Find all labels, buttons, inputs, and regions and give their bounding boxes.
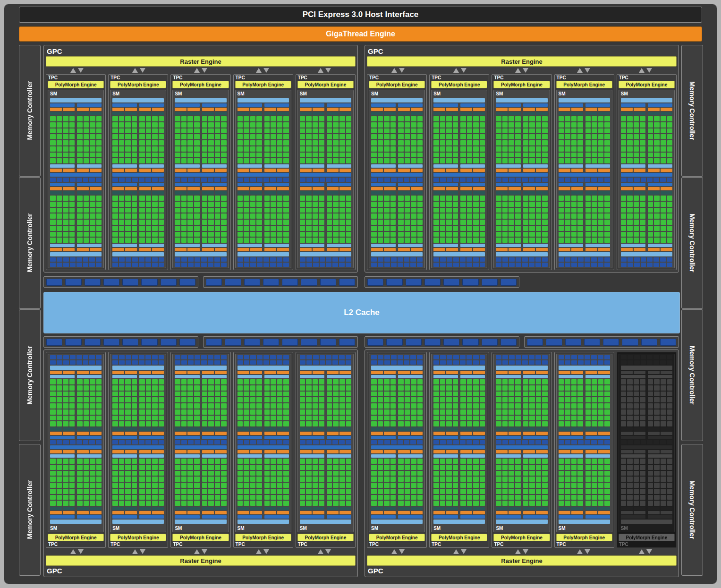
gpc-top-left: GPCRaster EngineTPCPolyMorph EngineSMTPC… bbox=[43, 45, 358, 273]
blue-segment bbox=[57, 257, 62, 262]
gpc-label: GPC bbox=[367, 46, 677, 56]
orange-cell bbox=[571, 169, 583, 172]
sm-row-blue bbox=[621, 515, 645, 519]
core-cell bbox=[250, 128, 256, 134]
orange-cell bbox=[621, 108, 633, 111]
core-cell bbox=[621, 153, 627, 158]
blue-segment-row bbox=[621, 440, 672, 444]
core-cell bbox=[460, 196, 466, 201]
blue-segment-row bbox=[112, 360, 164, 365]
core-cell bbox=[661, 208, 666, 213]
core-cell bbox=[333, 459, 339, 464]
sm-row-orange-pair bbox=[77, 371, 102, 374]
core-cell bbox=[571, 158, 577, 163]
core-cell bbox=[215, 471, 221, 476]
core-cell bbox=[390, 392, 396, 397]
core-cell bbox=[132, 146, 137, 152]
blue-segment bbox=[410, 355, 416, 359]
core-cell bbox=[313, 379, 318, 384]
core-cell bbox=[346, 116, 352, 121]
core-cell bbox=[661, 213, 666, 219]
core-cell bbox=[515, 409, 521, 415]
core-cell bbox=[194, 202, 200, 207]
core-cell bbox=[277, 459, 283, 464]
core-cell bbox=[112, 208, 118, 213]
core-cell bbox=[542, 495, 548, 500]
blue-segment-row bbox=[559, 355, 610, 359]
core-cell bbox=[339, 134, 345, 139]
memory-partition-group bbox=[43, 276, 198, 288]
core-cell bbox=[398, 153, 404, 158]
core-cell bbox=[529, 128, 535, 134]
core-cell bbox=[467, 379, 473, 384]
core-cell bbox=[565, 392, 570, 397]
core-cell bbox=[559, 501, 564, 506]
core-cell bbox=[577, 421, 583, 426]
core-cell bbox=[640, 202, 645, 207]
core-cell bbox=[592, 385, 597, 391]
core-cell bbox=[271, 416, 276, 421]
sm-row-orange-pair bbox=[559, 187, 583, 190]
orange-cell bbox=[175, 187, 187, 190]
core-cell bbox=[480, 146, 485, 152]
core-cell bbox=[577, 385, 583, 391]
core-cell bbox=[440, 116, 446, 121]
core-cell bbox=[187, 489, 193, 494]
core-cell bbox=[634, 220, 639, 225]
core-cell bbox=[565, 238, 570, 243]
blue-segment-row bbox=[175, 257, 226, 262]
sm-row-orange-pair bbox=[112, 450, 137, 453]
sm-row-teal-pair bbox=[300, 191, 324, 195]
up-arrow-icon bbox=[132, 549, 138, 554]
core-cell bbox=[84, 134, 89, 139]
teal-cell bbox=[339, 427, 351, 431]
sm-row-lightblue bbox=[50, 244, 75, 247]
core-cell bbox=[515, 146, 521, 152]
core-cell bbox=[384, 232, 390, 237]
core-cell bbox=[585, 459, 591, 464]
core-cell bbox=[69, 196, 75, 201]
core-cell bbox=[125, 477, 131, 482]
core-cell bbox=[90, 226, 95, 231]
core-cell bbox=[152, 471, 158, 476]
sm-row-lightblue bbox=[460, 244, 485, 247]
core-cell bbox=[125, 397, 131, 402]
core-cell bbox=[300, 465, 305, 470]
core-cell bbox=[621, 421, 627, 426]
blue-segment bbox=[647, 360, 653, 365]
core-cell bbox=[440, 379, 446, 384]
core-cell bbox=[327, 416, 332, 421]
sm-row-blue bbox=[523, 515, 548, 519]
orange-cell bbox=[250, 371, 262, 374]
orange-cell bbox=[371, 432, 383, 435]
core-cell bbox=[378, 477, 383, 482]
core-grid bbox=[648, 116, 672, 163]
sm-row-teal-pair bbox=[264, 427, 289, 431]
core-cell bbox=[627, 392, 633, 397]
core-cell bbox=[175, 385, 180, 391]
teal-cell bbox=[202, 191, 214, 195]
core-cell bbox=[139, 232, 145, 237]
core-cell bbox=[238, 421, 243, 426]
sm-half-column bbox=[50, 450, 75, 519]
core-grid bbox=[496, 379, 520, 426]
core-cell bbox=[57, 232, 62, 237]
core-cell bbox=[346, 483, 352, 488]
up-arrow-icon bbox=[639, 68, 645, 73]
core-cell bbox=[654, 471, 660, 476]
core-cell bbox=[627, 202, 633, 207]
core-cell bbox=[152, 140, 158, 145]
core-cell bbox=[496, 421, 501, 426]
sm-row-teal-pair bbox=[327, 112, 351, 115]
sm-row-lightblue bbox=[175, 98, 226, 102]
blue-segment bbox=[621, 263, 627, 267]
memory-controller: Memory Controller bbox=[681, 177, 703, 309]
core-cell bbox=[654, 128, 660, 134]
sm-content bbox=[298, 354, 353, 525]
core-cell bbox=[333, 465, 339, 470]
blue-segment-row bbox=[112, 440, 164, 444]
blue-segment bbox=[320, 360, 325, 365]
core-cell bbox=[371, 226, 377, 231]
core-cell bbox=[515, 140, 521, 145]
core-cell bbox=[306, 459, 312, 464]
